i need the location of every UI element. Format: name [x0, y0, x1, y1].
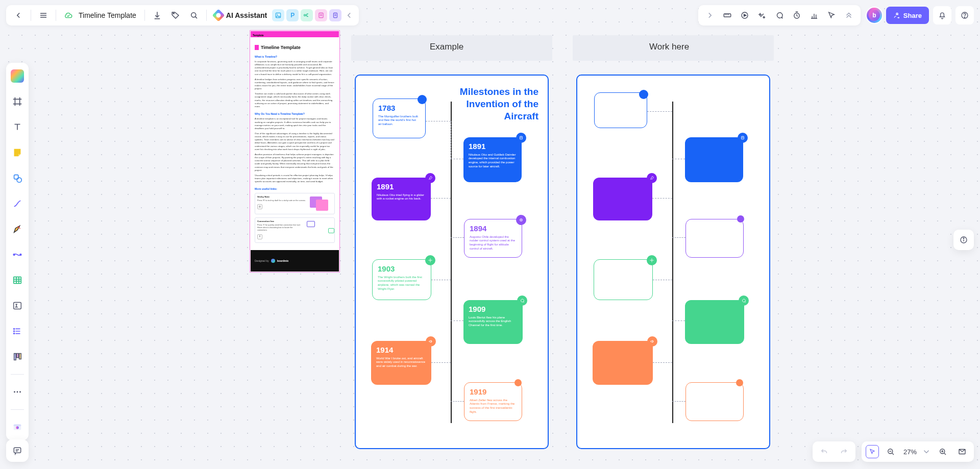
- share-label: Share: [903, 12, 922, 19]
- kanban-tool[interactable]: [9, 349, 26, 365]
- zoom-dropdown[interactable]: [922, 442, 931, 461]
- zoom-out-button[interactable]: [883, 442, 898, 461]
- ai-ppt-chip[interactable]: P: [286, 9, 299, 21]
- card-1891b[interactable]: 1891 Nikolaus Otto tried flying in a gli…: [372, 178, 431, 220]
- text-tool[interactable]: [9, 119, 26, 135]
- cluster-prev-button[interactable]: [701, 5, 719, 26]
- frame-label-example[interactable]: Example: [430, 42, 463, 52]
- card-1903[interactable]: 1903 The Wright brothers built the first…: [372, 259, 431, 300]
- tag-button[interactable]: [166, 5, 185, 26]
- ai-form-chip[interactable]: [315, 9, 327, 21]
- year-1919: 1919: [470, 387, 517, 397]
- help-button[interactable]: [955, 6, 974, 24]
- tpl-card2-text: Press 'X' for quickly wired line connect…: [257, 224, 301, 232]
- svg-point-34: [14, 391, 15, 393]
- ai-doc-chip[interactable]: [329, 9, 341, 21]
- mindmap-tool[interactable]: [9, 246, 26, 263]
- year-1783: 1783: [378, 103, 420, 113]
- more-tools[interactable]: [9, 384, 26, 400]
- zoom-value[interactable]: 27%: [902, 448, 918, 456]
- ruler-tool[interactable]: [719, 5, 736, 26]
- cluster-more-button[interactable]: [840, 5, 857, 26]
- svg-point-35: [17, 391, 18, 393]
- tpl-card1-text: Press 'R' to end my draft for a sticky n…: [257, 200, 306, 202]
- select-mode-button[interactable]: [866, 445, 879, 458]
- badge-icon: [738, 133, 748, 143]
- redo-button[interactable]: [836, 442, 851, 461]
- rocket-icon: [425, 173, 435, 183]
- back-button[interactable]: [9, 5, 28, 26]
- document-title[interactable]: Timeline Template: [78, 5, 141, 26]
- chart-tool[interactable]: [805, 5, 823, 26]
- card-1891a[interactable]: 1891 Nikolaus Otto and Gottlieb Daimler …: [463, 137, 522, 182]
- ai-mindmap-chip[interactable]: [301, 9, 313, 21]
- card-1909[interactable]: 1909 Louis Bleriot flew his plane succes…: [463, 300, 523, 344]
- zoom-in-button[interactable]: [935, 442, 950, 461]
- wk-card-6[interactable]: [685, 300, 744, 344]
- rocket-icon: [647, 173, 657, 183]
- speech-icon: [739, 295, 749, 306]
- svg-point-54: [521, 219, 522, 220]
- svg-point-30: [14, 333, 15, 334]
- card-1914[interactable]: 1914 World War I broke out, and aircraft…: [371, 341, 431, 385]
- year-1909: 1909: [469, 304, 518, 314]
- topbar-right: b Share: [698, 5, 974, 26]
- chip-prev-button[interactable]: [342, 5, 356, 26]
- info-button[interactable]: [953, 230, 974, 250]
- desc-1891a: Nikolaus Otto and Gottlieb Daimler devel…: [469, 153, 517, 169]
- template-title: Timeline Template: [261, 44, 301, 51]
- comment-tool[interactable]: [771, 5, 788, 26]
- templates-tool[interactable]: [9, 68, 26, 84]
- pen-tool[interactable]: [9, 221, 26, 237]
- wk-card-7[interactable]: [593, 341, 653, 385]
- card-1894[interactable]: 1894 Augusto Chile developed the rudder …: [464, 219, 522, 258]
- tpl-p5: One of the significant advantages of usi…: [255, 132, 335, 151]
- list-tool[interactable]: [9, 323, 26, 339]
- ai-image-chip[interactable]: [272, 9, 284, 21]
- svg-line-50: [944, 453, 946, 455]
- frame-label-work[interactable]: Work here: [649, 42, 689, 52]
- desc-1894: Augusto Chile developed the rudder contr…: [470, 235, 517, 251]
- share-button[interactable]: Share: [886, 7, 929, 24]
- wk-card-2[interactable]: [685, 137, 743, 182]
- frame-tool[interactable]: [9, 93, 26, 110]
- notifications-button[interactable]: [933, 6, 951, 24]
- template-info-panel[interactable]: Template Timeline Template What is Timel…: [250, 31, 339, 272]
- connector-tool[interactable]: [9, 195, 26, 212]
- download-button[interactable]: [148, 5, 166, 26]
- desc-1909: Louis Bleriot flew his plane successfull…: [469, 316, 518, 328]
- sticky-note-tool[interactable]: [9, 144, 26, 161]
- pointer-tool[interactable]: [823, 5, 840, 26]
- search-button[interactable]: [185, 5, 203, 26]
- ai-assistant-button[interactable]: AI Assistant: [210, 5, 271, 26]
- user-avatar[interactable]: b: [867, 8, 882, 23]
- target-icon: [516, 215, 526, 225]
- feedback-button[interactable]: [6, 439, 29, 462]
- apps-tool[interactable]: [9, 419, 26, 435]
- play-button[interactable]: [736, 5, 753, 26]
- sparkle-tool[interactable]: [753, 5, 771, 26]
- svg-rect-15: [724, 14, 731, 17]
- svg-point-3: [173, 13, 174, 14]
- timer-tool[interactable]: [788, 5, 805, 26]
- card-1783[interactable]: 1783 The Montgolfier brothers built and …: [373, 98, 426, 138]
- undo-button[interactable]: [817, 442, 832, 461]
- wk-card-4[interactable]: [685, 219, 744, 258]
- wk-card-8[interactable]: [685, 382, 744, 421]
- speech-icon: [517, 295, 527, 306]
- table-tool[interactable]: [9, 272, 26, 288]
- timeline-title[interactable]: Milestones in the Invention of the Aircr…: [439, 86, 538, 122]
- badge-icon: [516, 133, 526, 143]
- minimap-button[interactable]: [954, 442, 970, 461]
- wk-card-3[interactable]: [593, 178, 652, 220]
- wk-card-1[interactable]: [594, 92, 647, 128]
- svg-point-4: [191, 13, 196, 17]
- topbar-left: Timeline Template AI Assistant P: [6, 5, 359, 26]
- shape-tool[interactable]: [9, 170, 26, 186]
- card-1919[interactable]: 1919 Albert Zeller flew across the Atlan…: [464, 382, 522, 421]
- text-block-tool[interactable]: [9, 298, 26, 314]
- svg-rect-8: [304, 14, 306, 16]
- menu-button[interactable]: [34, 5, 53, 26]
- wk-card-5[interactable]: [594, 259, 653, 300]
- svg-rect-40: [14, 448, 20, 453]
